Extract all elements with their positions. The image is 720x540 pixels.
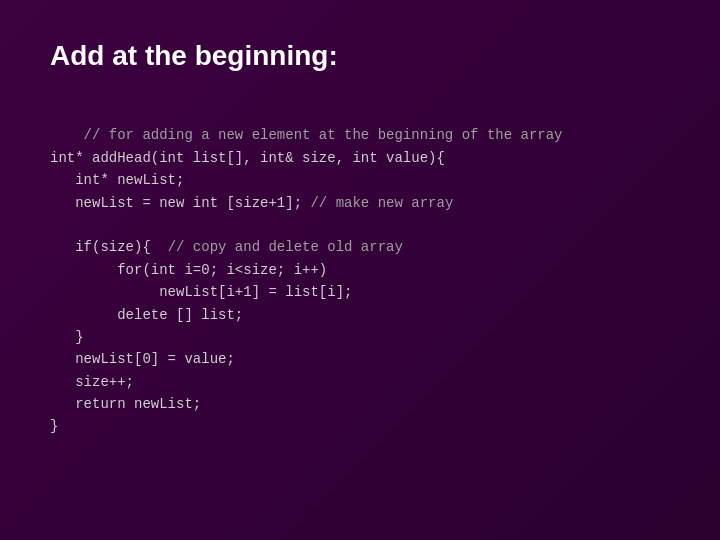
code-line-1: // for adding a new element at the begin… bbox=[84, 127, 563, 143]
code-line-2: int* addHead(int list[], int& size, int … bbox=[50, 150, 445, 166]
code-line-4: newList = new int [size+1]; // make new … bbox=[50, 195, 453, 211]
code-line-12: size++; bbox=[50, 374, 134, 390]
code-line-8: newList[i+1] = list[i]; bbox=[50, 284, 352, 300]
slide-container: Add at the beginning: // for adding a ne… bbox=[0, 0, 720, 540]
code-line-3: int* newList; bbox=[50, 172, 184, 188]
code-line-14: } bbox=[50, 418, 58, 434]
code-line-9: delete [] list; bbox=[50, 307, 243, 323]
code-line-13: return newList; bbox=[50, 396, 201, 412]
code-block: // for adding a new element at the begin… bbox=[50, 102, 670, 460]
code-line-10: } bbox=[50, 329, 84, 345]
code-line-7: for(int i=0; i<size; i++) bbox=[50, 262, 327, 278]
code-line-6: if(size){ // copy and delete old array bbox=[50, 239, 403, 255]
code-line-11: newList[0] = value; bbox=[50, 351, 235, 367]
slide-title: Add at the beginning: bbox=[50, 40, 670, 72]
